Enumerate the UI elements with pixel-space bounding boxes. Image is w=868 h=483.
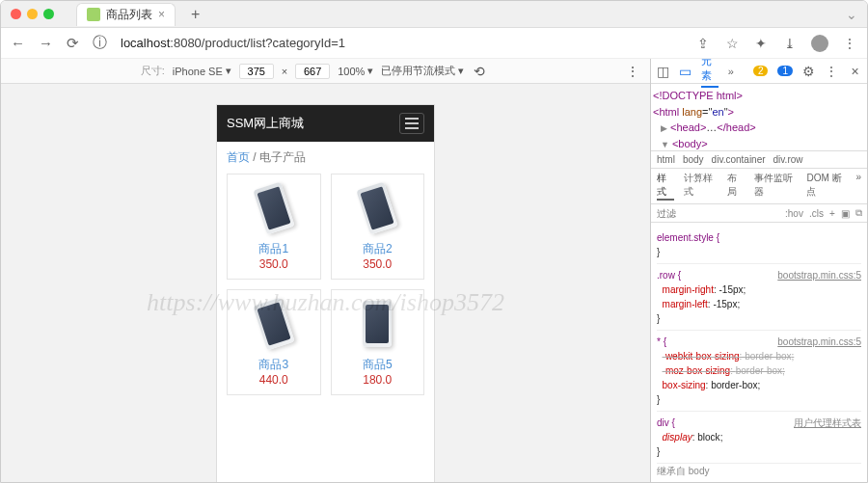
product-card[interactable]: 商品2350.0 — [331, 174, 425, 280]
address-bar: ← → ⟳ ⓘ localhost:8080/product/list?cate… — [1, 28, 867, 59]
product-image — [253, 182, 294, 235]
window-titlebar: 商品列表 × + ⌄ — [1, 1, 867, 28]
tab-title: 商品列表 — [106, 7, 152, 23]
rotate-icon[interactable]: ⟲ — [472, 64, 487, 79]
close-tab-icon[interactable]: × — [158, 8, 165, 21]
traffic-lights — [11, 9, 54, 19]
tabs-chevron-icon[interactable]: ⌄ — [846, 7, 857, 22]
site-info-icon[interactable]: ⓘ — [93, 34, 107, 52]
breadcrumb: 首页 / 电子产品 — [217, 142, 434, 174]
maximize-window[interactable] — [43, 9, 54, 19]
minimize-window[interactable] — [27, 9, 38, 19]
warn-badge[interactable]: 2 — [753, 66, 769, 76]
dom-breadcrumbs[interactable]: htmlbodydiv.containerdiv.row — [651, 150, 867, 169]
dt-menu-icon[interactable]: ⋮ — [825, 64, 839, 79]
device-menu-icon[interactable]: ⋮ — [625, 64, 640, 79]
product-image — [357, 182, 398, 235]
product-card[interactable]: 商品3440.0 — [227, 289, 321, 395]
dom-tree[interactable]: <!DOCTYPE html> <html lang="en"> ▶<head>… — [651, 84, 867, 150]
breadcrumb-home[interactable]: 首页 — [227, 150, 250, 164]
cls-toggle[interactable]: .cls — [809, 208, 824, 219]
downloads-icon[interactable]: ⤓ — [782, 36, 798, 51]
throttle-select[interactable]: 已停用节流模式 ▾ — [381, 64, 464, 78]
hov-toggle[interactable]: :hov — [785, 208, 803, 219]
reload-button[interactable]: ⟳ — [67, 35, 79, 52]
bookmark-icon[interactable]: ☆ — [724, 36, 740, 51]
breadcrumb-cat: 电子产品 — [259, 150, 306, 164]
hamburger-icon[interactable] — [399, 113, 424, 134]
device-frame: SSM网上商城 首页 / 电子产品 商品1350.0 商品2350.0 商品34… — [217, 105, 434, 482]
height-input[interactable] — [295, 64, 330, 79]
device-select[interactable]: iPhone SE ▾ — [173, 65, 231, 77]
add-rule-icon[interactable]: + — [829, 208, 835, 219]
product-image — [253, 298, 294, 351]
info-badge[interactable]: 1 — [777, 66, 793, 76]
close-devtools-icon[interactable]: × — [849, 64, 861, 79]
favicon — [87, 8, 100, 21]
device-toolbar: 尺寸: iPhone SE ▾ × 100% ▾ 已停用节流模式 ▾ ⟲ ⋮ — [1, 59, 650, 84]
forward-button[interactable]: → — [39, 35, 53, 51]
box-model-icon[interactable]: ▣ — [841, 208, 850, 219]
extensions-icon[interactable]: ✦ — [753, 36, 769, 51]
styles-tabs[interactable]: 样式计算样式布局事件监听器DOM 断点» — [651, 169, 867, 204]
url-field[interactable]: localhost:8080/product/list?categoryId=1 — [121, 36, 682, 50]
product-grid: 商品1350.0 商品2350.0 商品3440.0 商品5180.0 — [217, 174, 434, 405]
new-tab-button[interactable]: + — [191, 6, 200, 23]
close-window[interactable] — [11, 9, 21, 19]
browser-tab[interactable]: 商品列表 × — [76, 3, 176, 26]
back-button[interactable]: ← — [11, 35, 25, 51]
share-icon[interactable]: ⇪ — [695, 36, 711, 51]
zoom-select[interactable]: 100% ▾ — [338, 65, 373, 77]
width-input[interactable] — [239, 64, 274, 79]
kebab-menu-icon[interactable]: ⋮ — [842, 36, 857, 51]
profile-avatar[interactable] — [811, 35, 828, 52]
product-card[interactable]: 商品5180.0 — [331, 289, 425, 395]
site-navbar: SSM网上商城 — [217, 105, 434, 142]
inspect-icon[interactable]: ◫ — [657, 64, 669, 79]
devtools-panel: ◫ ▭ 元素 » 2 1 ⚙ ⋮ × <!DOCTYPE html> <html… — [651, 59, 867, 482]
tab-more[interactable]: » — [728, 66, 734, 77]
styles-filter[interactable] — [657, 208, 779, 219]
product-card[interactable]: 商品1350.0 — [227, 174, 321, 280]
product-image — [363, 301, 392, 347]
styles-pane[interactable]: element.style {} bootstrap.min.css:5.row… — [651, 223, 867, 482]
device-mode-icon[interactable]: ▭ — [679, 64, 692, 79]
brand-label: SSM网上商城 — [227, 115, 304, 132]
settings-icon[interactable]: ⚙ — [802, 64, 815, 79]
computed-icon[interactable]: ⧉ — [855, 207, 862, 219]
